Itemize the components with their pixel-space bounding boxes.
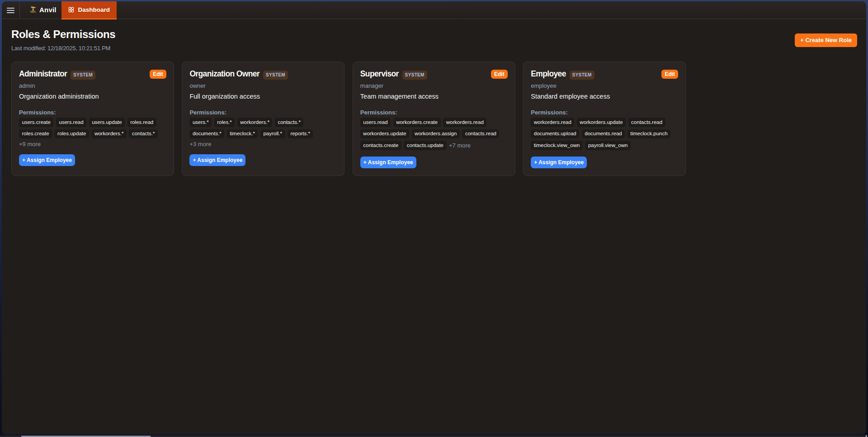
svg-text:ANVL: ANVL [30, 11, 36, 13]
